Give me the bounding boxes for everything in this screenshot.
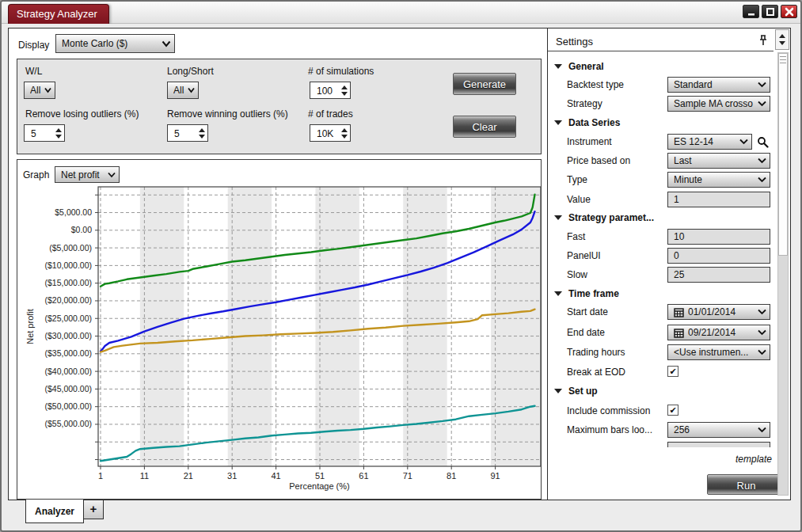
generate-button[interactable]: Generate bbox=[453, 73, 516, 95]
row-start-date: Start date 01/01/2014 bbox=[548, 304, 773, 323]
backtest-type-dropdown[interactable]: Standard bbox=[667, 77, 770, 93]
section-data-series[interactable]: Data Series bbox=[548, 116, 773, 135]
remove-winning-outliers-value: 5 bbox=[168, 125, 196, 141]
row-break-at-eod: Break at EOD ✔ bbox=[548, 364, 773, 383]
strategy-dropdown[interactable]: Sample MA crosso bbox=[667, 96, 770, 112]
graph-dropdown[interactable]: Net profit bbox=[55, 166, 120, 183]
instrument-dropdown[interactable]: ES 12-14 bbox=[667, 134, 752, 150]
long-short-dropdown[interactable]: All bbox=[167, 82, 199, 99]
section-general[interactable]: General bbox=[548, 59, 773, 78]
chevron-down-icon bbox=[44, 87, 51, 93]
window-title: Strategy Analyzer bbox=[17, 8, 97, 20]
remove-winning-outliers-stepper[interactable]: 5 bbox=[167, 124, 208, 142]
svg-text:($40,000.00): ($40,000.00) bbox=[44, 367, 92, 376]
row-instrument: Instrument ES 12-14 bbox=[548, 134, 773, 153]
wl-dropdown[interactable]: All bbox=[24, 82, 55, 99]
trading-hours-dropdown[interactable]: <Use instrumen... bbox=[667, 344, 770, 360]
remove-winning-outliers-label: Remove winning outliers (%) bbox=[167, 108, 288, 120]
collapse-arrow-icon[interactable] bbox=[554, 389, 562, 393]
maximize-button[interactable] bbox=[762, 5, 778, 18]
maximum-bars-dropdown[interactable]: 256 bbox=[667, 422, 770, 438]
field-label: Maximum bars loo... bbox=[567, 424, 652, 435]
step-up-icon[interactable] bbox=[55, 128, 62, 132]
field-label: Trading hours bbox=[567, 347, 625, 358]
step-down-icon[interactable] bbox=[199, 135, 205, 139]
strategy-analyzer-window: Strategy Analyzer Display Monte Carlo ($… bbox=[0, 0, 802, 532]
scrollbar-grip bbox=[780, 63, 786, 63]
field-label: Strategy bbox=[567, 98, 602, 109]
collapse-arrow-icon[interactable] bbox=[554, 120, 562, 125]
slow-field[interactable]: 25 bbox=[667, 267, 770, 283]
simulations-stepper[interactable]: 100 bbox=[310, 82, 351, 99]
svg-text:($5,000.00): ($5,000.00) bbox=[49, 243, 92, 253]
display-dropdown[interactable]: Monte Carlo ($) bbox=[55, 34, 175, 53]
step-up-icon[interactable] bbox=[199, 128, 205, 132]
scroll-up-icon[interactable] bbox=[779, 34, 785, 38]
value-field[interactable]: 1 bbox=[667, 192, 770, 207]
run-button[interactable]: Run bbox=[707, 474, 785, 495]
wl-value: All bbox=[30, 85, 44, 96]
scrollbar-thumb[interactable] bbox=[778, 53, 788, 256]
step-up-icon[interactable] bbox=[341, 128, 348, 132]
analyzer-workspace: Display Monte Carlo ($) W/L All Long/Sho… bbox=[8, 28, 548, 500]
section-strategy-parameters[interactable]: Strategy paramet... bbox=[548, 211, 773, 230]
window-title-tab[interactable]: Strategy Analyzer bbox=[8, 4, 109, 24]
stepper-arrows[interactable] bbox=[338, 82, 350, 98]
row-price-based-on: Price based on Last bbox=[548, 153, 773, 172]
chevron-down-icon bbox=[188, 87, 195, 93]
tab-analyzer[interactable]: Analyzer bbox=[25, 500, 84, 523]
collapse-arrow-icon[interactable] bbox=[554, 64, 562, 69]
chevron-down-icon bbox=[739, 139, 748, 145]
step-down-icon[interactable] bbox=[341, 92, 348, 96]
end-date-picker[interactable]: 09/21/2014 bbox=[667, 325, 770, 340]
include-commission-checkbox[interactable]: ✔ bbox=[667, 405, 678, 416]
svg-text:($45,000.00): ($45,000.00) bbox=[44, 384, 92, 393]
row-slow: Slow 25 bbox=[548, 267, 773, 286]
break-at-eod-checkbox[interactable]: ✔ bbox=[667, 366, 678, 377]
step-up-icon[interactable] bbox=[341, 86, 348, 89]
stepper-arrows[interactable] bbox=[338, 125, 350, 141]
chevron-down-icon bbox=[108, 172, 116, 178]
titlebar[interactable]: Strategy Analyzer bbox=[2, 2, 800, 24]
instrument-search-button[interactable] bbox=[755, 135, 770, 150]
svg-text:41: 41 bbox=[271, 471, 280, 481]
step-down-icon[interactable] bbox=[55, 135, 62, 139]
wl-label: W/L bbox=[25, 66, 42, 77]
svg-text:61: 61 bbox=[359, 471, 368, 481]
chevron-down-icon bbox=[162, 40, 171, 48]
section-time-frame[interactable]: Time frame bbox=[548, 287, 773, 306]
template-link[interactable]: template bbox=[735, 454, 772, 465]
minimize-button[interactable] bbox=[743, 5, 759, 18]
start-date-picker[interactable]: 01/01/2014 bbox=[667, 304, 770, 320]
remove-losing-outliers-stepper[interactable]: 5 bbox=[24, 124, 65, 142]
row-end-date: End date 09/21/2014 bbox=[548, 325, 773, 344]
step-down-icon[interactable] bbox=[341, 135, 348, 139]
chevron-down-icon bbox=[758, 101, 766, 107]
trades-stepper[interactable]: 10K bbox=[310, 124, 351, 142]
type-dropdown[interactable]: Minute bbox=[667, 172, 770, 188]
svg-text:($10,000.00): ($10,000.00) bbox=[44, 260, 92, 270]
section-set-up[interactable]: Set up bbox=[548, 384, 773, 403]
svg-text:81: 81 bbox=[447, 471, 456, 481]
field-label: Break at EOD bbox=[567, 367, 625, 378]
collapse-arrow-icon[interactable] bbox=[554, 215, 562, 220]
stepper-arrows[interactable] bbox=[52, 125, 64, 141]
row-include-commission: Include commission ✔ bbox=[548, 403, 773, 422]
long-short-label: Long/Short bbox=[167, 66, 214, 77]
pin-icon[interactable] bbox=[758, 34, 768, 47]
panelui-field[interactable]: 0 bbox=[667, 248, 770, 264]
fast-field[interactable]: 10 bbox=[667, 229, 770, 245]
maximize-icon bbox=[766, 7, 775, 17]
price-based-on-dropdown[interactable]: Last bbox=[667, 153, 770, 169]
scroll-arrows[interactable] bbox=[775, 29, 789, 50]
scroll-down-icon[interactable] bbox=[779, 41, 785, 45]
svg-text:$0.00: $0.00 bbox=[71, 225, 92, 234]
collapse-arrow-icon[interactable] bbox=[554, 291, 562, 296]
stepper-arrows[interactable] bbox=[196, 125, 207, 141]
field-value: Minute bbox=[674, 174, 758, 185]
clear-button[interactable]: Clear bbox=[453, 116, 516, 138]
settings-scrollbar[interactable] bbox=[777, 52, 789, 496]
field-value: 256 bbox=[674, 424, 758, 435]
close-button[interactable] bbox=[781, 5, 797, 18]
add-tab-button[interactable]: + bbox=[83, 500, 104, 519]
